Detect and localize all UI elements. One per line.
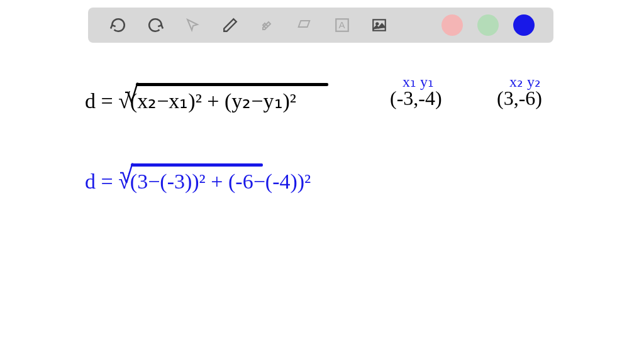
text-button[interactable]: A	[331, 14, 353, 36]
svg-text:A: A	[338, 19, 345, 30]
eraser-button[interactable]	[293, 14, 316, 36]
tools-button[interactable]	[256, 14, 279, 36]
color-pink[interactable]	[441, 14, 463, 36]
formula-substituted: d = √(3−(-3))² + (-6−(-4))²	[85, 170, 311, 194]
redo-icon	[147, 17, 164, 33]
pencil-icon	[222, 17, 238, 33]
drawing-toolbar: A	[88, 8, 553, 43]
pencil-button[interactable]	[219, 14, 242, 36]
eraser-icon	[296, 19, 313, 31]
sqrt-vinculum-1	[136, 83, 328, 86]
color-gray[interactable]	[405, 14, 426, 36]
point2-values: (3,-6)	[497, 87, 542, 110]
undo-button[interactable]	[107, 14, 130, 36]
formula-general: d = √(x₂−x₁)² + (y₂−y₁)²	[85, 88, 296, 113]
point1-values: (-3,-4)	[390, 87, 442, 110]
color-blue[interactable]	[513, 14, 535, 36]
whiteboard-canvas[interactable]: √ d = √(x₂−x₁)² + (y₂−y₁)² x₁ y₁ (-3,-4)…	[0, 50, 644, 352]
color-green[interactable]	[477, 14, 499, 36]
pointer-icon	[185, 18, 200, 33]
sqrt-vinculum-2	[131, 163, 263, 167]
undo-icon	[110, 17, 126, 33]
redo-button[interactable]	[144, 14, 167, 36]
image-icon	[371, 17, 387, 33]
text-icon: A	[334, 17, 350, 33]
tools-icon	[260, 18, 275, 33]
svg-point-3	[376, 23, 378, 25]
image-button[interactable]	[368, 14, 391, 36]
pointer-button[interactable]	[181, 14, 204, 36]
